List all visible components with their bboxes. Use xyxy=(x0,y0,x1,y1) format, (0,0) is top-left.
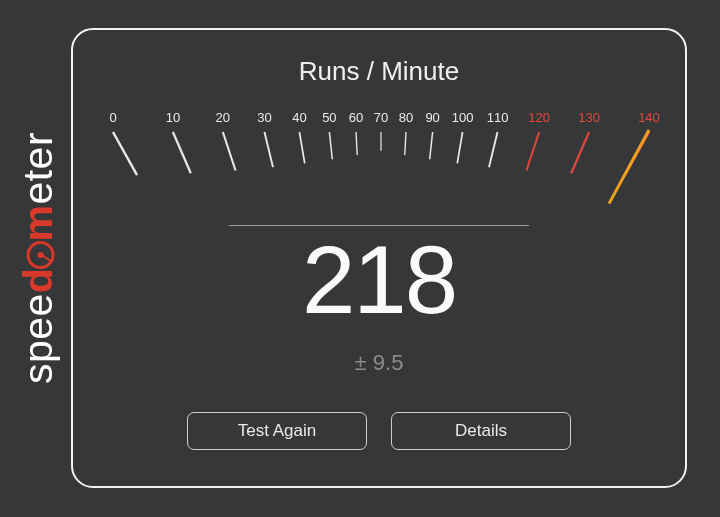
logo-text-m: m xyxy=(15,205,61,242)
panel-title: Runs / Minute xyxy=(73,56,685,87)
gauge-tick xyxy=(264,132,273,167)
gauge-tick-label: 10 xyxy=(166,110,180,125)
gauge-tick xyxy=(489,132,498,167)
gauge-tick xyxy=(405,132,406,155)
score-variance: ± 9.5 xyxy=(73,350,685,376)
gauge-tick xyxy=(457,132,462,163)
gauge-tick-label: 30 xyxy=(257,110,271,125)
gauge-tick-label: 90 xyxy=(425,110,439,125)
gauge-tick xyxy=(223,132,236,171)
gauge-tick-label: 130 xyxy=(578,110,600,125)
test-again-button[interactable]: Test Again xyxy=(187,412,367,450)
gauge-tick-label: 110 xyxy=(487,110,509,125)
logo-text-d: d xyxy=(15,268,61,294)
gauge-tick-label: 60 xyxy=(349,110,363,125)
gauge-tick xyxy=(113,132,137,175)
gauge-tick-label: 40 xyxy=(292,110,306,125)
gauge-tick xyxy=(571,132,589,173)
gauge-tick xyxy=(526,132,539,171)
gauge-tick-label: 100 xyxy=(452,110,474,125)
gauge-tick xyxy=(173,132,191,173)
gauge-tick-label: 50 xyxy=(322,110,336,125)
gauge-tick xyxy=(299,132,304,163)
gauge-needle xyxy=(609,130,649,204)
details-button[interactable]: Details xyxy=(391,412,571,450)
logo-text-eter: eter xyxy=(15,132,61,205)
gauge-tick-label: 70 xyxy=(374,110,388,125)
gauge: 0102030405060708090100110120130140 xyxy=(73,92,689,222)
result-panel: Runs / Minute 01020304050607080901001101… xyxy=(71,28,687,488)
logo: speedmeter xyxy=(15,132,62,384)
gauge-tick-label: 140 xyxy=(638,110,660,125)
gauge-tick xyxy=(430,132,433,159)
score-value: 218 xyxy=(73,225,685,335)
button-row: Test Again Details xyxy=(73,412,685,450)
gauge-tick-label: 80 xyxy=(399,110,413,125)
wheel-icon xyxy=(27,241,55,269)
gauge-tick-label: 0 xyxy=(109,110,116,125)
gauge-tick-label: 20 xyxy=(216,110,230,125)
logo-text-spee: spee xyxy=(15,293,61,384)
gauge-tick-label: 120 xyxy=(528,110,550,125)
gauge-tick xyxy=(329,132,332,159)
gauge-tick xyxy=(356,132,357,155)
